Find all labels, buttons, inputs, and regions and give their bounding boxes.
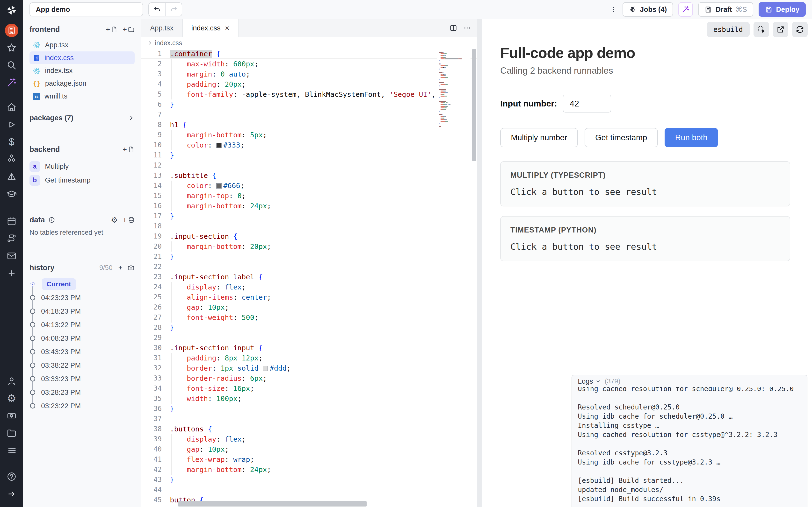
- logs-body[interactable]: Using cached resolution for scheduler@ 0…: [572, 384, 807, 507]
- history-section-header: history 9/50 +: [30, 264, 135, 272]
- code-line-38: 38.buttons {: [141, 424, 477, 434]
- ai-wand-button[interactable]: [678, 2, 693, 17]
- packages-label: packages (7): [30, 114, 73, 122]
- line-number: 4: [141, 79, 170, 89]
- code-line-18: 18: [141, 221, 477, 231]
- logs-header[interactable]: Logs (379): [572, 375, 807, 387]
- rail-item-play[interactable]: [5, 118, 18, 131]
- rail-item-dollar[interactable]: $: [5, 135, 18, 149]
- rail-item-star[interactable]: [5, 41, 18, 55]
- history-entry[interactable]: 04:23:23 PM: [30, 291, 135, 304]
- file-item-wmill.ts[interactable]: TSwmill.ts: [30, 90, 135, 103]
- jobs-button[interactable]: Jobs (4): [622, 2, 673, 17]
- history-entry[interactable]: 03:43:23 PM: [30, 345, 135, 358]
- add-runnable-button[interactable]: +: [122, 145, 135, 154]
- redo-button[interactable]: [165, 3, 182, 16]
- history-entry[interactable]: 03:28:23 PM: [30, 386, 135, 399]
- more-menu-button[interactable]: [610, 6, 617, 13]
- gear-icon[interactable]: ⚙: [111, 216, 118, 224]
- history-entry[interactable]: 03:23:22 PM: [30, 399, 135, 412]
- rail-item-prism[interactable]: [5, 170, 18, 183]
- arrow-right-icon: [7, 489, 16, 499]
- rail-item-workers[interactable]: [5, 409, 18, 422]
- rail-item-calendar[interactable]: [5, 214, 18, 228]
- rail-item-arrow-right[interactable]: [5, 487, 18, 501]
- file-item-index.css[interactable]: 3index.css: [30, 51, 135, 64]
- refresh-button[interactable]: [792, 22, 808, 37]
- line-number: 45: [141, 495, 170, 505]
- add-table-button[interactable]: +: [122, 216, 135, 224]
- add-file-button[interactable]: +: [106, 25, 118, 34]
- deploy-button[interactable]: Deploy: [759, 2, 806, 17]
- rail-item-folder[interactable]: [5, 427, 18, 440]
- info-icon[interactable]: [48, 217, 55, 223]
- rail-item-plus[interactable]: [5, 267, 18, 280]
- horizontal-scrollbar[interactable]: [178, 501, 367, 507]
- ellipsis-icon[interactable]: [463, 24, 471, 32]
- tab-index.css[interactable]: index.css×: [183, 19, 239, 37]
- history-current-row[interactable]: Current: [30, 277, 135, 291]
- rail-item-cubes[interactable]: [5, 153, 18, 166]
- select-element-button[interactable]: [754, 22, 769, 37]
- vertical-scrollbar[interactable]: [472, 49, 476, 161]
- multiply-number-button[interactable]: Multiply number: [500, 128, 578, 147]
- rail-item-help[interactable]: [5, 470, 18, 483]
- line-number: 30: [141, 343, 170, 353]
- runnable-item-a[interactable]: aMultiply: [30, 160, 135, 173]
- code-line-5: 5 font-family: -apple-system, BlinkMacSy…: [141, 89, 477, 100]
- folder-icon: [128, 26, 135, 33]
- rail-item-search[interactable]: [5, 58, 18, 72]
- history-entry[interactable]: 03:38:22 PM: [30, 358, 135, 372]
- code-line-22: 22: [141, 262, 477, 272]
- camera-icon[interactable]: [128, 264, 135, 271]
- code-area[interactable]: 1.container {2 max-width: 600px;3 margin…: [141, 49, 477, 507]
- line-number: 22: [141, 262, 170, 272]
- history-entry[interactable]: 04:08:23 PM: [30, 332, 135, 345]
- history-dot-icon: [30, 308, 35, 314]
- react-icon: [33, 41, 41, 49]
- get-timestamp-button[interactable]: Get timestamp: [585, 128, 658, 147]
- deploy-label: Deploy: [776, 6, 800, 13]
- packages-row[interactable]: packages (7): [30, 114, 135, 122]
- rail-item-person[interactable]: [5, 374, 18, 388]
- add-snapshot-button[interactable]: +: [118, 264, 122, 272]
- file-item-index.tsx[interactable]: index.tsx: [30, 64, 135, 77]
- rail-item-route[interactable]: [5, 232, 18, 245]
- close-icon[interactable]: ×: [225, 24, 230, 32]
- pane-resize-handle[interactable]: [477, 19, 482, 507]
- runnable-item-b[interactable]: bGet timestamp: [30, 173, 135, 187]
- undo-button[interactable]: [149, 3, 165, 16]
- tab-App.tsx[interactable]: App.tsx: [141, 19, 183, 37]
- rail-item-workspace-building[interactable]: [5, 24, 18, 37]
- number-input[interactable]: [563, 95, 611, 113]
- result-card-body: Click a button to see result: [510, 187, 780, 197]
- rail-item-mail[interactable]: [5, 249, 18, 263]
- history-entry[interactable]: 04:13:22 PM: [30, 318, 135, 332]
- rail-item-home[interactable]: [5, 101, 18, 114]
- history-dot-icon: [30, 376, 35, 382]
- history-entry[interactable]: 04:18:23 PM: [30, 304, 135, 318]
- windmill-logo[interactable]: [5, 4, 18, 16]
- draft-button[interactable]: Draft ⌘S: [698, 2, 753, 17]
- rail-item-list[interactable]: [5, 444, 18, 457]
- runtime-badge[interactable]: esbuild: [707, 22, 750, 37]
- color-swatch: [263, 366, 268, 371]
- file-item-App.tsx[interactable]: App.tsx: [30, 39, 135, 51]
- app-name-input[interactable]: [30, 2, 143, 16]
- code-line-40: 40 gap: 10px;: [141, 444, 477, 454]
- rail-item-graduation-cap[interactable]: [5, 187, 18, 201]
- list-icon: [6, 445, 17, 456]
- rail-item-gear[interactable]: ⚙: [5, 392, 18, 405]
- run-both-button[interactable]: Run both: [665, 128, 718, 147]
- file-item-package.json[interactable]: {}package.json: [30, 77, 135, 90]
- history-timestamp: 04:08:23 PM: [41, 334, 81, 342]
- history-entry[interactable]: 03:33:23 PM: [30, 372, 135, 386]
- minimap[interactable]: [437, 50, 470, 507]
- open-external-button[interactable]: [773, 22, 788, 37]
- add-folder-button[interactable]: +: [122, 25, 135, 34]
- code-line-33: 33 border-radius: 6px;: [141, 373, 477, 383]
- breadcrumb[interactable]: index.css: [141, 37, 477, 49]
- split-editor-icon[interactable]: [449, 24, 457, 32]
- rail-item-magic-wand[interactable]: [5, 76, 18, 89]
- history-timestamp: 03:23:22 PM: [41, 402, 81, 410]
